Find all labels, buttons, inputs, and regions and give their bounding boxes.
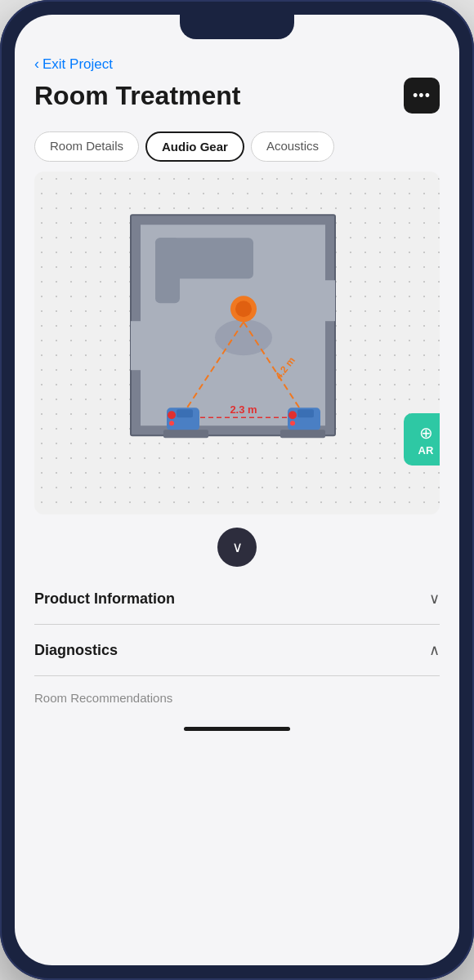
tab-audio-gear[interactable]: Audio Gear [145, 131, 244, 162]
ar-target-icon: ⊕ [419, 423, 433, 443]
ar-button[interactable]: ⊕ AR [404, 413, 440, 466]
diagnostics-chevron-up-icon: ∧ [429, 641, 440, 659]
svg-text:2.3 m: 2.3 m [230, 403, 257, 416]
screen-content: ‹ Exit Project Room Treatment ••• Room D… [15, 15, 459, 965]
tab-acoustics-label: Acoustics [266, 139, 319, 153]
product-information-section: Product Information ∨ [34, 573, 440, 625]
svg-rect-2 [131, 321, 141, 370]
notch [180, 15, 294, 39]
svg-rect-16 [177, 409, 193, 417]
back-button[interactable]: ‹ Exit Project [34, 56, 440, 73]
room-recommendations-label: Room Recommendations [34, 691, 172, 705]
tabs-container: Room Details Audio Gear Acoustics [15, 122, 459, 172]
diagnostics-title: Diagnostics [34, 642, 118, 659]
more-dots-icon: ••• [413, 87, 431, 105]
chevron-down-icon: ∨ [232, 538, 243, 556]
product-information-chevron-down-icon: ∨ [429, 590, 440, 608]
scroll-down-button[interactable]: ∨ [217, 528, 257, 567]
title-row: Room Treatment ••• [34, 78, 440, 114]
more-button[interactable]: ••• [404, 78, 440, 114]
tab-acoustics[interactable]: Acoustics [251, 131, 334, 162]
scroll-down-area: ∨ [15, 528, 459, 567]
svg-point-19 [288, 411, 297, 419]
svg-point-15 [168, 411, 176, 419]
diagram-area: 2.3 m 4.2 m [34, 172, 440, 514]
diagnostics-header[interactable]: Diagnostics ∧ [34, 641, 440, 659]
back-label: Exit Project [42, 56, 113, 73]
phone-screen: ‹ Exit Project Room Treatment ••• Room D… [15, 15, 459, 965]
product-information-header[interactable]: Product Information ∨ [34, 590, 440, 608]
svg-point-21 [290, 421, 295, 425]
phone-frame: ‹ Exit Project Room Treatment ••• Room D… [0, 0, 474, 980]
tab-audio-gear-label: Audio Gear [162, 140, 228, 154]
product-information-title: Product Information [34, 590, 175, 608]
header: ‹ Exit Project Room Treatment ••• [15, 47, 459, 120]
svg-point-8 [235, 301, 252, 317]
diagnostics-section: Diagnostics ∧ [34, 625, 440, 676]
home-indicator [15, 720, 459, 734]
svg-rect-3 [325, 280, 335, 321]
svg-rect-23 [280, 430, 325, 438]
home-bar [184, 727, 290, 731]
page-title: Room Treatment [34, 81, 240, 111]
svg-point-6 [215, 319, 272, 355]
svg-rect-20 [297, 409, 314, 417]
svg-point-17 [169, 421, 174, 425]
svg-rect-5 [155, 238, 180, 303]
bottom-section: Room Recommendations [34, 676, 440, 720]
back-chevron-icon: ‹ [34, 56, 39, 73]
tab-room-details[interactable]: Room Details [34, 131, 139, 162]
svg-rect-22 [163, 430, 208, 438]
room-floorplan: 2.3 m 4.2 m [106, 198, 368, 476]
tab-room-details-label: Room Details [50, 139, 123, 153]
ar-label: AR [418, 444, 434, 457]
